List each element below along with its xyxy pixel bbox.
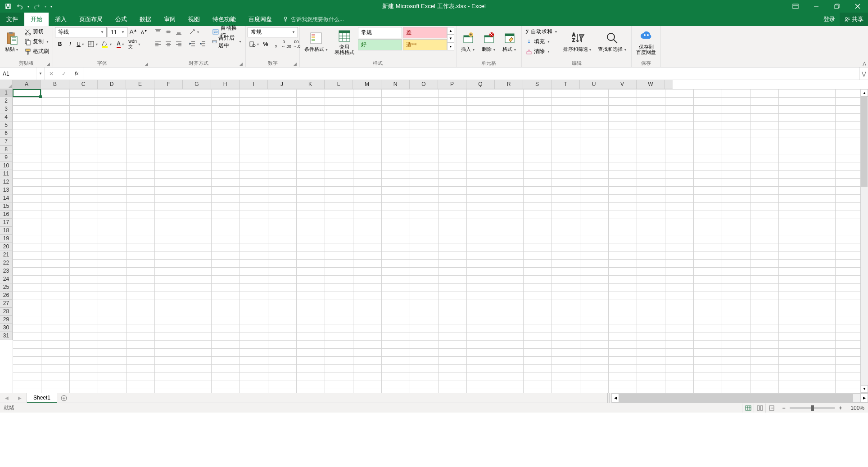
tab-scroll-split[interactable] [607,393,610,403]
column-header[interactable]: E [126,80,154,89]
font-color-icon[interactable]: A▼ [114,39,127,49]
scroll-up-icon[interactable]: ▲ [861,89,868,97]
row-header[interactable]: 10 [0,162,13,170]
increase-decimal-icon[interactable]: .0←.00 [281,39,291,49]
horizontal-scrollbar[interactable]: ◀ ▶ [611,393,868,403]
tab-formulas[interactable]: 公式 [109,13,133,26]
collapse-ribbon-icon[interactable]: ⋀ [863,61,866,66]
save-icon[interactable] [3,1,14,11]
row-header[interactable]: 31 [0,332,13,340]
maximize-icon[interactable] [827,0,847,13]
row-header[interactable]: 11 [0,170,13,178]
italic-icon[interactable]: I [65,39,75,49]
clipboard-launcher-icon[interactable]: ◢ [47,62,50,66]
row-header[interactable]: 27 [0,300,13,308]
cancel-formula-icon[interactable]: ✕ [45,67,58,80]
column-header[interactable]: O [410,80,438,89]
bold-icon[interactable]: B [55,39,65,49]
tab-insert[interactable]: 插入 [49,13,73,26]
row-header[interactable]: 13 [0,186,13,194]
zoom-slider[interactable] [790,407,835,409]
align-bottom-icon[interactable] [174,27,184,37]
redo-icon[interactable] [32,1,42,11]
row-header[interactable]: 25 [0,283,13,292]
merge-center-button[interactable]: 合并后居中▼ [210,37,244,46]
cell-style-neutral[interactable]: 适中 [403,39,447,50]
column-header[interactable]: K [296,80,325,89]
name-box[interactable]: ▼ [0,67,45,80]
row-header[interactable]: 21 [0,251,13,259]
undo-icon[interactable] [14,1,25,11]
row-header[interactable]: 14 [0,194,13,202]
accounting-format-icon[interactable]: ▼ [248,39,260,49]
row-header[interactable]: 9 [0,154,13,162]
view-normal-icon[interactable] [742,404,754,413]
column-header[interactable]: L [325,80,353,89]
row-header[interactable]: 16 [0,211,13,219]
row-header[interactable]: 8 [0,146,13,154]
column-header[interactable]: B [41,80,69,89]
scroll-left-icon[interactable]: ◀ [611,393,619,403]
insert-function-icon[interactable]: fx [70,67,83,80]
view-pagebreak-icon[interactable] [765,404,777,413]
styles-scroll-down-icon[interactable]: ▼ [447,35,454,42]
align-middle-icon[interactable] [163,27,173,37]
align-right-icon[interactable] [174,39,184,49]
fill-button[interactable]: 填充▼ [524,37,560,46]
column-header[interactable]: H [211,80,240,89]
phonetic-icon[interactable]: wén文▼ [128,39,141,49]
row-header[interactable]: 19 [0,235,13,243]
alignment-launcher-icon[interactable]: ◢ [240,62,243,66]
row-header[interactable]: 4 [0,113,13,121]
font-launcher-icon[interactable]: ◢ [145,62,148,66]
font-name-combo[interactable]: 等线▼ [55,27,107,37]
view-pagelayout-icon[interactable] [754,404,765,413]
close-icon[interactable] [847,0,868,13]
column-header[interactable]: G [183,80,211,89]
formula-input[interactable] [83,67,859,80]
tab-file[interactable]: 文件 [0,13,24,26]
row-header[interactable]: 22 [0,259,13,267]
column-header[interactable]: Q [466,80,495,89]
column-header[interactable]: T [552,80,580,89]
comma-icon[interactable]: , [271,39,281,49]
underline-icon[interactable]: U▼ [76,39,86,49]
format-as-table-button[interactable]: 套用 表格格式 [332,27,357,57]
decrease-indent-icon[interactable] [187,39,197,49]
column-header[interactable]: I [240,80,268,89]
row-header[interactable]: 20 [0,243,13,251]
cell-style-normal[interactable]: 常规 [358,27,402,38]
column-header[interactable]: F [154,80,183,89]
row-header[interactable]: 30 [0,324,13,332]
row-header[interactable]: 12 [0,178,13,186]
number-launcher-icon[interactable]: ◢ [294,62,297,66]
row-header[interactable]: 2 [0,97,13,105]
fill-handle[interactable] [39,95,42,98]
vscroll-thumb[interactable] [861,97,868,187]
column-header[interactable]: S [523,80,552,89]
share-button[interactable]: 共享 [840,13,868,26]
styles-more-icon[interactable]: ▾ [447,43,454,50]
number-format-combo[interactable]: 常规▼ [248,27,298,37]
cell-style-good[interactable]: 好 [358,39,402,50]
sheet-tab-active[interactable]: Sheet1 [27,393,57,403]
autosum-button[interactable]: Σ自动求和▼ [524,27,560,36]
row-header[interactable]: 24 [0,275,13,283]
copy-button[interactable]: 复制▼ [23,37,51,46]
zoom-slider-knob[interactable] [811,405,814,411]
tab-data[interactable]: 数据 [133,13,158,26]
align-left-icon[interactable] [153,39,163,49]
row-header[interactable]: 3 [0,105,13,113]
row-header[interactable]: 18 [0,227,13,235]
styles-scroll-up-icon[interactable]: ▲ [447,27,454,35]
baidu-save-button[interactable]: 保存到 百度网盘 [633,27,659,57]
orientation-icon[interactable]: ▼ [187,27,201,37]
qat-customize-icon[interactable]: ▼ [49,1,54,11]
redo-dropdown-icon[interactable]: ▼ [43,1,48,11]
signin-button[interactable]: 登录 [819,13,840,26]
add-sheet-icon[interactable] [57,393,71,403]
column-header[interactable]: C [69,80,98,89]
insert-cells-button[interactable]: 插入▼ [458,27,478,57]
delete-cells-button[interactable]: 删除▼ [479,27,499,57]
tab-home[interactable]: 开始 [24,13,49,26]
